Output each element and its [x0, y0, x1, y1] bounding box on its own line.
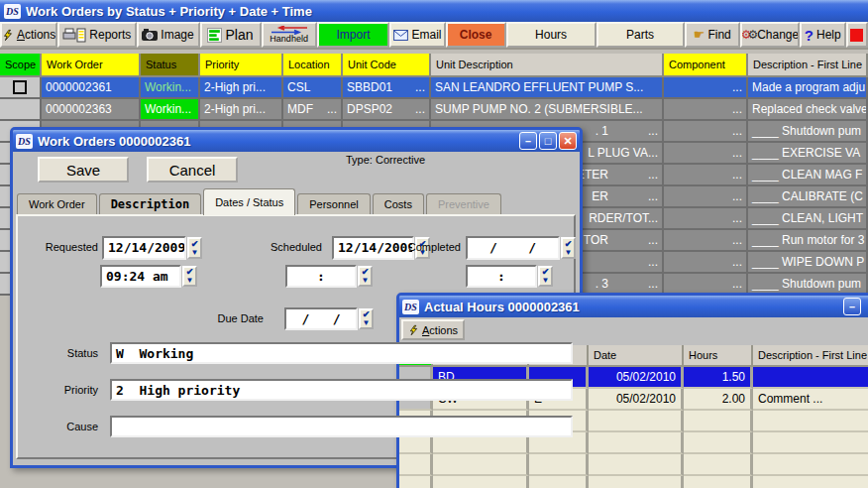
table-cell[interactable]: ____ CALIBRATE (C	[748, 186, 868, 208]
minimize-button[interactable]: －	[519, 132, 537, 150]
table-cell[interactable]: ____ WIPE DOWN P	[748, 252, 868, 274]
column-header-5[interactable]: Description - First Line	[753, 345, 868, 367]
due-date-spinner[interactable]: ✔▼	[359, 308, 374, 329]
scope-cell[interactable]	[399, 476, 433, 488]
table-cell[interactable]: ____ Run motor for 3	[748, 230, 868, 252]
actions-button[interactable]: Actions	[401, 319, 465, 340]
help-button[interactable]: ? Help	[800, 22, 846, 48]
table-cell[interactable]: ...	[664, 143, 748, 165]
table-cell[interactable]	[529, 476, 589, 488]
status-field[interactable]: W Working	[110, 342, 573, 364]
email-button[interactable]: Email	[389, 22, 445, 48]
minimize-button[interactable]: －	[843, 298, 861, 315]
table-cell[interactable]: ...	[664, 165, 748, 186]
scheduled-time-field[interactable]: :	[285, 265, 357, 288]
completed-time-spinner[interactable]: ✔▼	[538, 266, 553, 287]
column-header-3[interactable]: Priority	[200, 54, 283, 77]
column-header-3[interactable]: Date	[589, 345, 684, 367]
scheduled-time-spinner[interactable]: ✔▼	[358, 266, 373, 287]
column-header-5[interactable]: Unit Code	[343, 54, 431, 77]
column-header-8[interactable]: Description - First Line	[748, 54, 868, 77]
close-icon[interactable]: ✕	[559, 132, 577, 150]
table-cell[interactable]: Workin...	[141, 99, 200, 121]
actions-button[interactable]: Actions	[0, 22, 57, 48]
close-button[interactable]: Close	[446, 22, 506, 48]
tab-costs[interactable]: Costs	[373, 193, 424, 215]
maximize-button[interactable]: □	[539, 132, 557, 150]
table-row[interactable]: 0000002361Workin...2-High pri...CSLSBBD0…	[0, 77, 868, 99]
import-button[interactable]: Import	[317, 22, 390, 48]
table-cell[interactable]	[753, 411, 868, 432]
table-cell[interactable]: SUMP PUMP NO. 2 (SUBMERSIBLE...	[431, 99, 664, 121]
table-cell[interactable]	[684, 411, 753, 432]
table-cell[interactable]: MDF...	[283, 99, 343, 121]
save-button[interactable]: Save	[38, 157, 129, 183]
find-button[interactable]: ☛ Find	[685, 22, 740, 48]
table-cell[interactable]	[433, 476, 529, 488]
cancel-button[interactable]: Cancel	[147, 157, 238, 183]
table-cell[interactable]: 0000002363	[42, 99, 141, 121]
table-cell[interactable]: ...	[664, 252, 748, 274]
table-cell[interactable]: Replaced check valve	[748, 99, 868, 121]
tab-work-order[interactable]: Work Order	[17, 193, 97, 215]
scope-cell[interactable]	[399, 454, 433, 476]
table-row[interactable]	[399, 454, 868, 476]
tab-personnel[interactable]: Personnel	[297, 193, 371, 215]
table-cell[interactable]	[684, 476, 753, 488]
column-header-6[interactable]: Unit Description	[431, 54, 664, 77]
scope-cell[interactable]	[0, 99, 42, 121]
scope-cell[interactable]	[0, 77, 42, 99]
table-cell[interactable]	[589, 432, 684, 454]
plan-button[interactable]: Plan	[200, 22, 262, 48]
table-cell[interactable]	[589, 476, 684, 488]
table-cell[interactable]	[753, 454, 868, 476]
table-cell[interactable]	[684, 432, 753, 454]
table-cell[interactable]: ...	[664, 77, 748, 99]
table-cell[interactable]: CSL	[283, 77, 343, 99]
table-cell[interactable]: ...	[664, 99, 748, 121]
table-cell[interactable]: ...	[664, 121, 748, 143]
requested-date-spinner[interactable]: ✔▼	[187, 237, 202, 259]
column-header-4[interactable]: Location	[283, 54, 343, 77]
tab-dates-status[interactable]: Dates / Status	[203, 188, 295, 215]
column-header-0[interactable]: Scope	[0, 54, 42, 77]
table-cell[interactable]: Made a program adju	[748, 77, 868, 99]
table-row[interactable]: 0000002363Workin...2-High pri...MDF...DP…	[0, 99, 868, 121]
reports-button[interactable]: Reports	[57, 22, 136, 48]
hours-button[interactable]: Hours	[506, 22, 597, 48]
handheld-button[interactable]: Handheld	[262, 22, 317, 48]
table-cell[interactable]	[433, 454, 529, 476]
completed-date-spinner[interactable]: ✔▼	[561, 237, 576, 259]
table-cell[interactable]: Workin...	[141, 77, 200, 99]
priority-field[interactable]: 2 High priority	[110, 379, 573, 401]
image-button[interactable]: Image	[137, 22, 200, 48]
column-header-1[interactable]: Work Order	[42, 54, 141, 77]
table-cell[interactable]: ...	[664, 208, 748, 230]
table-cell[interactable]	[753, 367, 868, 389]
table-cell[interactable]: ...	[664, 230, 748, 252]
change-button[interactable]: ⚙⚙ Change	[740, 22, 800, 48]
table-cell[interactable]: ____ EXERCISE VA	[748, 143, 868, 165]
table-cell[interactable]: 2-High pri...	[200, 77, 283, 99]
tab-description[interactable]: Description	[99, 193, 201, 215]
table-cell[interactable]: 1.50	[684, 367, 753, 389]
table-cell[interactable]: SBBD01...	[343, 77, 431, 99]
requested-time-field[interactable]: 09:24 am	[100, 265, 181, 288]
requested-date-field[interactable]: 12/14/2009	[102, 236, 186, 260]
table-row[interactable]	[399, 476, 868, 488]
table-cell[interactable]: 2-High pri...	[200, 99, 283, 121]
requested-time-spinner[interactable]: ✔▼	[182, 266, 197, 287]
table-cell[interactable]: ____ CLEAN, LIGHT	[748, 208, 868, 230]
table-cell[interactable]: 05/02/2010	[589, 367, 684, 389]
table-cell[interactable]: 0000002361	[42, 77, 141, 99]
table-cell[interactable]	[753, 476, 868, 488]
due-date-field[interactable]: / /	[284, 307, 358, 330]
table-cell[interactable]	[589, 411, 684, 432]
table-cell[interactable]: 2.00	[684, 389, 753, 411]
parts-button[interactable]: Parts	[597, 22, 685, 48]
completed-date-field[interactable]: / /	[466, 236, 560, 260]
column-header-4[interactable]: Hours	[684, 345, 753, 367]
column-header-2[interactable]: Status	[141, 54, 200, 77]
table-cell[interactable]	[753, 432, 868, 454]
record-stop-button[interactable]	[846, 22, 868, 48]
